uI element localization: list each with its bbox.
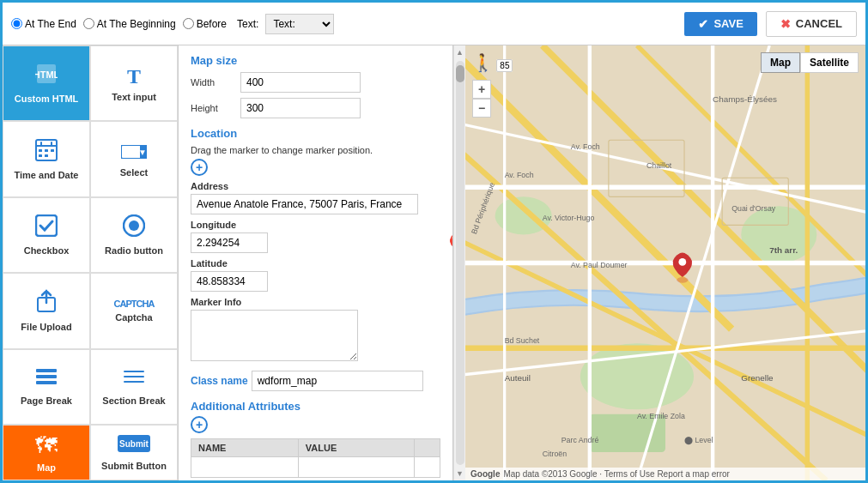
map-type-controls: Map Satellite bbox=[761, 52, 859, 73]
svg-line-33 bbox=[465, 140, 826, 480]
svg-rect-3 bbox=[36, 145, 57, 147]
svg-point-64 bbox=[673, 253, 692, 272]
sidebar-item-label: Time and Date bbox=[15, 170, 79, 180]
sidebar-item-label: Section Break bbox=[102, 395, 165, 406]
sidebar-item-html[interactable]: HTML Custom HTML bbox=[3, 45, 90, 121]
pegman-icon: 🚶 bbox=[472, 53, 494, 72]
map-data-text: Map data ©2013 Google · Terms of Use Rep… bbox=[503, 469, 729, 479]
sidebar-item-section-break[interactable]: Section Break bbox=[90, 349, 178, 425]
sidebar-item-time-date[interactable]: Time and Date bbox=[3, 121, 90, 196]
submit-icon: Submit bbox=[118, 435, 150, 457]
sidebar-item-checkbox[interactable]: Checkbox bbox=[3, 197, 90, 273]
class-name-input[interactable] bbox=[252, 371, 423, 391]
sidebar-item-label: Custom HTML bbox=[15, 94, 79, 104]
top-bar: At The End At The Beginning Before Text:… bbox=[3, 3, 865, 45]
marker-info-textarea[interactable] bbox=[191, 310, 358, 361]
location-add-btn[interactable]: + bbox=[191, 159, 208, 176]
svg-text:Av. Foch: Av. Foch bbox=[505, 171, 534, 179]
sidebar-item-page-break[interactable]: Page Break bbox=[3, 349, 90, 425]
sidebar-item-label: Map bbox=[37, 462, 56, 473]
select-icon: ▼ bbox=[121, 142, 147, 164]
svg-point-27 bbox=[580, 343, 694, 409]
svg-line-32 bbox=[543, 45, 865, 386]
scroll-thumb[interactable] bbox=[456, 65, 464, 82]
svg-line-42 bbox=[465, 121, 865, 215]
file-upload-icon bbox=[35, 289, 58, 318]
sidebar-item-captcha[interactable]: CAPTCHA Captcha bbox=[90, 273, 178, 348]
map-btn[interactable]: Map bbox=[761, 52, 800, 73]
height-label: Height bbox=[191, 103, 234, 113]
sidebar: HTML Custom HTML T Text input bbox=[3, 45, 179, 480]
svg-rect-18 bbox=[36, 369, 57, 372]
svg-text:⬤ Level: ⬤ Level bbox=[684, 436, 713, 445]
map-area[interactable]: Champs-Élysées Av. Foch Av. Foch Chaillo… bbox=[465, 45, 865, 480]
location-title: Location bbox=[191, 127, 440, 140]
pegman-area: 🚶 85 bbox=[472, 52, 513, 73]
config-scrollbar[interactable]: ▲ ▼ bbox=[453, 45, 465, 480]
longitude-input[interactable] bbox=[191, 232, 268, 253]
satellite-btn[interactable]: Satellite bbox=[800, 52, 859, 73]
sidebar-item-text-input[interactable]: T Text input bbox=[90, 45, 178, 121]
scroll-down-btn[interactable]: ▼ bbox=[456, 467, 464, 480]
svg-line-34 bbox=[637, 45, 865, 292]
svg-rect-30 bbox=[590, 414, 665, 452]
height-input[interactable] bbox=[240, 98, 361, 118]
svg-line-43 bbox=[465, 329, 865, 377]
save-button[interactable]: ✔ SAVE bbox=[684, 12, 756, 36]
svg-text:Av. Foch: Av. Foch bbox=[571, 142, 600, 151]
address-label: Address bbox=[191, 181, 440, 191]
check-icon: ✔ bbox=[698, 17, 708, 31]
svg-point-28 bbox=[741, 206, 816, 263]
sidebar-item-label: Submit Button bbox=[101, 461, 167, 471]
svg-text:HTML: HTML bbox=[35, 69, 58, 80]
zoom-out-btn[interactable]: − bbox=[472, 99, 491, 118]
svg-text:▼: ▼ bbox=[138, 148, 147, 157]
sidebar-item-radio-button[interactable]: Radio button bbox=[90, 197, 178, 273]
radio-icon bbox=[123, 214, 145, 242]
sidebar-item-label: Radio button bbox=[105, 245, 163, 256]
text-select[interactable]: Text: bbox=[265, 14, 334, 34]
attr-empty-row bbox=[191, 457, 440, 478]
main-area: HTML Custom HTML T Text input bbox=[3, 45, 865, 480]
page-break-icon bbox=[35, 368, 58, 392]
sidebar-item-select[interactable]: ▼ Select bbox=[90, 121, 178, 196]
radio-before[interactable]: Before bbox=[183, 18, 227, 30]
svg-rect-21 bbox=[124, 371, 144, 372]
svg-rect-9 bbox=[39, 154, 42, 157]
scroll-track bbox=[456, 61, 464, 465]
latitude-input[interactable] bbox=[191, 271, 268, 292]
address-input[interactable] bbox=[191, 194, 418, 214]
svg-text:Bd Suchet: Bd Suchet bbox=[505, 336, 540, 345]
attr-value-header: VALUE bbox=[298, 439, 414, 457]
svg-rect-46 bbox=[609, 140, 684, 196]
additional-add-btn[interactable]: + bbox=[191, 416, 208, 433]
width-input[interactable] bbox=[240, 72, 361, 93]
svg-line-31 bbox=[465, 45, 731, 329]
svg-text:Quai d'Orsay: Quai d'Orsay bbox=[731, 204, 776, 213]
km-badge: 85 bbox=[496, 59, 513, 72]
zoom-in-btn[interactable]: + bbox=[472, 80, 491, 99]
cancel-button[interactable]: ✖ CANCEL bbox=[766, 11, 857, 37]
section-break-icon bbox=[123, 368, 145, 392]
height-row: Height bbox=[191, 98, 440, 118]
map-footer: Google Map data ©2013 Google · Terms of … bbox=[465, 468, 865, 480]
svg-text:Av. Paul Doumer: Av. Paul Doumer bbox=[571, 261, 628, 269]
svg-text:7th arr.: 7th arr. bbox=[769, 245, 798, 255]
additional-title: Additional Attributes bbox=[191, 400, 440, 413]
width-label: Width bbox=[191, 77, 234, 88]
sidebar-item-label: Checkbox bbox=[24, 245, 70, 256]
svg-text:Champs-Élysées: Champs-Élysées bbox=[713, 94, 777, 104]
svg-rect-5 bbox=[51, 142, 52, 147]
svg-rect-47 bbox=[722, 178, 788, 225]
radio-at-beginning[interactable]: At The Beginning bbox=[83, 18, 176, 30]
svg-text:Parc André: Parc André bbox=[561, 436, 599, 444]
svg-rect-19 bbox=[36, 375, 57, 378]
latitude-label: Latitude bbox=[191, 258, 440, 269]
svg-text:Chaillot: Chaillot bbox=[646, 161, 672, 170]
sidebar-item-file-upload[interactable]: File Upload bbox=[3, 273, 90, 348]
radio-at-end[interactable]: At The End bbox=[11, 18, 76, 30]
sidebar-item-submit-button[interactable]: Submit Submit Button bbox=[90, 425, 178, 480]
scroll-up-btn[interactable]: ▲ bbox=[456, 45, 464, 59]
width-row: Width bbox=[191, 72, 440, 93]
sidebar-item-map[interactable]: 🗺 Map bbox=[3, 425, 90, 480]
